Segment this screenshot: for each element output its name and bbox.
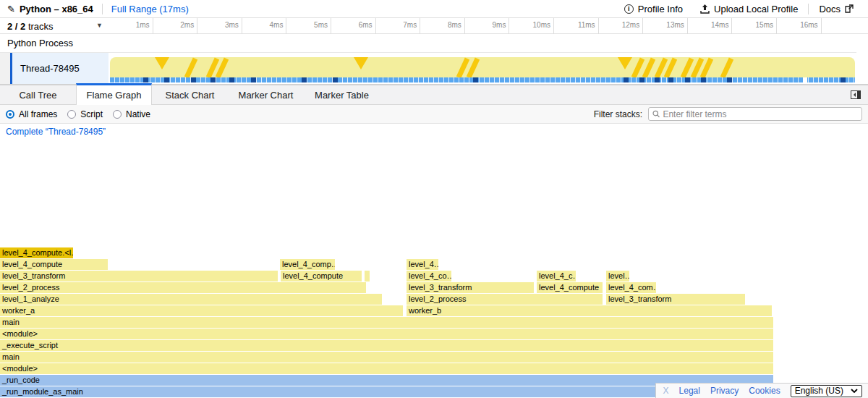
activity-marker xyxy=(208,59,217,77)
breadcrumb[interactable]: Complete “Thread-78495” xyxy=(6,127,106,137)
tab-marker-chart[interactable]: Marker Chart xyxy=(228,85,304,105)
flame-frame[interactable]: level_2_process xyxy=(0,282,366,293)
sample-dark-segment xyxy=(668,77,673,82)
language-value: English (US) xyxy=(795,386,843,396)
radio-label: All frames xyxy=(19,109,57,119)
thread-track-label-panel[interactable]: Thread-78495 xyxy=(12,53,109,84)
sample-dark-segment xyxy=(727,77,732,82)
radio-icon xyxy=(67,110,76,119)
full-range-button[interactable]: Full Range (17ms) xyxy=(103,4,197,14)
sample-dark-segment xyxy=(639,77,644,82)
radio-all-frames[interactable]: All frames xyxy=(6,109,57,119)
ruler-tick-label: 13ms xyxy=(652,21,684,29)
flame-frame[interactable]: level_4… xyxy=(407,259,438,270)
track-thread[interactable]: Thread-78495 xyxy=(0,53,868,84)
docs-label: Docs xyxy=(819,4,841,14)
flame-frame[interactable]: level_4_compute xyxy=(0,259,108,270)
ruler-tick xyxy=(821,18,822,34)
ruler-tick-label: 15ms xyxy=(741,21,773,29)
flame-frame[interactable]: level_4_compute xyxy=(537,282,603,293)
flame-frame[interactable]: level_4_compute xyxy=(281,271,362,281)
profile-title: Python – x86_64 xyxy=(20,4,102,14)
flame-frame[interactable]: level_1_analyze xyxy=(0,294,382,305)
ruler-tick xyxy=(509,18,509,34)
ruler-tick-label: 7ms xyxy=(385,21,417,29)
ruler-tick-label: 5ms xyxy=(296,21,328,29)
flame-frame[interactable]: <module> xyxy=(0,329,773,339)
profile-info-button[interactable]: i Profile Info xyxy=(617,4,690,14)
ruler-tick xyxy=(731,18,732,34)
flame-graph-canvas[interactable]: level_4_compute.<l…level_4_computelevel_… xyxy=(0,140,868,398)
tracks-dropdown-caret[interactable]: ▼ xyxy=(96,22,103,29)
footer-link-cookies[interactable]: Cookies xyxy=(749,386,780,396)
tracks-count-value: 2 / 2 xyxy=(7,21,25,32)
flame-frame[interactable]: level_4_c… xyxy=(537,271,576,281)
flame-frame[interactable]: level… xyxy=(606,271,629,281)
flame-frame[interactable]: main xyxy=(0,317,773,328)
upload-profile-button[interactable]: Upload Local Profile xyxy=(693,4,805,14)
activity-marker xyxy=(644,59,653,77)
footer-bar: X Legal Privacy Cookies English (US) xyxy=(655,383,868,398)
docs-link[interactable]: Docs xyxy=(812,4,861,14)
thread-activity-graph[interactable] xyxy=(110,57,855,82)
footer-link-privacy[interactable]: Privacy xyxy=(710,386,739,396)
tab-stack-chart[interactable]: Stack Chart xyxy=(152,85,228,105)
panel-tabbar: Call Tree Flame Graph Stack Chart Marker… xyxy=(0,85,868,105)
ruler-tick-label: 8ms xyxy=(430,21,461,29)
flame-frame[interactable]: level_2_process xyxy=(407,294,603,305)
profile-info-label: Profile Info xyxy=(638,4,683,14)
filter-input-box[interactable] xyxy=(648,107,862,121)
flame-frame[interactable]: level_4_comp… xyxy=(280,259,335,270)
radio-script[interactable]: Script xyxy=(67,109,103,119)
footer-link-legal[interactable]: Legal xyxy=(679,386,700,396)
flame-frame[interactable]: level_3_transform xyxy=(407,282,534,293)
sample-dark-segment xyxy=(143,77,148,82)
flame-frame[interactable]: level_3_transform xyxy=(0,271,278,281)
ruler-tick xyxy=(553,18,554,34)
flame-frame[interactable]: main xyxy=(0,352,773,363)
sidebar-toggle-icon[interactable] xyxy=(851,90,861,99)
ruler-tick xyxy=(464,18,465,34)
footer-close-button[interactable]: X xyxy=(663,386,669,396)
flame-frame[interactable]: level_4_co… xyxy=(407,271,451,281)
activity-marker xyxy=(723,59,731,77)
edit-pencil-icon[interactable]: ✎ xyxy=(7,4,15,14)
track-gutter xyxy=(0,53,10,84)
flame-frame[interactable]: _execute_script xyxy=(0,340,773,351)
flame-frame[interactable]: worker_a xyxy=(0,305,403,316)
radio-native[interactable]: Native xyxy=(113,109,150,119)
flame-frame[interactable]: level_4_com… xyxy=(606,282,656,293)
ruler-tick-label: 6ms xyxy=(341,21,373,29)
activity-marker xyxy=(354,57,368,69)
flame-frame[interactable]: worker_b xyxy=(407,305,772,316)
flame-frame[interactable]: level_4_compute.<l… xyxy=(0,247,73,258)
language-select[interactable]: English (US) xyxy=(791,385,862,397)
radio-label: Script xyxy=(80,109,103,119)
info-icon: i xyxy=(624,4,634,14)
ruler-tick-label: 10ms xyxy=(519,21,550,29)
activity-marker xyxy=(693,59,702,77)
sample-dark-segment xyxy=(685,77,690,82)
radio-icon xyxy=(6,110,14,119)
flame-frame[interactable]: level_3_transform xyxy=(606,294,745,305)
sample-dark-segment xyxy=(473,77,478,82)
flame-frame[interactable]: <module> xyxy=(0,363,773,374)
ruler-tick-label: 9ms xyxy=(474,21,506,29)
track-python-process[interactable]: Python Process xyxy=(0,34,856,53)
tab-marker-table[interactable]: Marker Table xyxy=(304,85,380,105)
tab-flame-graph[interactable]: Flame Graph xyxy=(76,83,152,105)
tracks-word: tracks xyxy=(28,21,54,32)
samples-strip xyxy=(110,77,855,82)
ruler-tick xyxy=(598,18,599,34)
flame-frame[interactable] xyxy=(365,271,370,281)
activity-marker xyxy=(683,59,692,77)
ruler-tick-label: 12ms xyxy=(608,21,639,29)
app-header: ✎ Python – x86_64 Full Range (17ms) i Pr… xyxy=(0,0,868,18)
external-link-icon xyxy=(845,4,854,13)
activity-marker xyxy=(702,59,711,77)
breadcrumb-row: Complete “Thread-78495” xyxy=(0,124,868,140)
ruler-tick xyxy=(242,18,242,34)
filter-input[interactable] xyxy=(663,109,858,119)
sample-dark-segment xyxy=(333,77,338,82)
tab-call-tree[interactable]: Call Tree xyxy=(0,85,76,105)
